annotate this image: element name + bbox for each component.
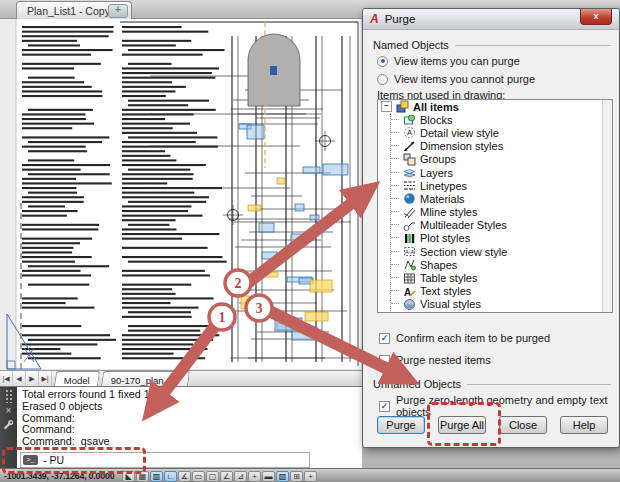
purge-items-tree: −All itemsBlocksADetail view styleDimens… xyxy=(377,99,613,313)
help-button[interactable]: Help xyxy=(560,416,608,434)
status-bar: -1001.3439, -37.1264, 0.0000 ◣▦▥∟∡▭▢∠⊿+▬… xyxy=(0,468,620,482)
collapse-icon[interactable]: − xyxy=(381,101,392,112)
new-tab-button[interactable]: + xyxy=(108,4,128,18)
named-objects-group-label: Named Objects xyxy=(373,39,611,51)
tree-item-label: Blocks xyxy=(420,114,452,126)
tree-item-linetypes[interactable]: Linetypes xyxy=(391,179,612,192)
radio-label: View items you can purge xyxy=(394,55,520,67)
ortho-mode-toggle[interactable]: ∟ xyxy=(164,471,177,482)
layout-nav-icon-3[interactable]: ▶| xyxy=(39,371,52,387)
checkbox-icon[interactable]: ✓ xyxy=(379,333,390,344)
dynamic-input-toggle[interactable]: + xyxy=(248,471,261,482)
layout-tab-90-170_plan_50[interactable]: 90-170_plan_50 xyxy=(101,371,190,387)
tree-item-mline-styles[interactable]: Mline styles xyxy=(391,206,612,219)
tree-root-label: All items xyxy=(413,101,459,113)
purge-zero-length-checkbox[interactable]: ✓Purge zero-length geometry and empty te… xyxy=(379,394,611,418)
object-snap-tracking-toggle[interactable]: ∠ xyxy=(220,471,233,482)
tree-content: −All itemsBlocksADetail view styleDimens… xyxy=(378,100,612,311)
radio-row-1[interactable]: View items you cannot purge xyxy=(377,73,611,85)
show-hide-transparency-toggle[interactable]: ▨ xyxy=(276,471,289,482)
tree-item-visual-styles[interactable]: Visual styles xyxy=(391,298,612,311)
checkbox-label: Purge nested items xyxy=(396,354,491,366)
radio-icon[interactable] xyxy=(377,56,388,67)
groups-icon xyxy=(403,153,416,166)
wrench-icon[interactable] xyxy=(3,419,14,430)
coordinates-display[interactable]: -1001.3439, -37.1264, 0.0000 xyxy=(0,471,122,481)
dialog-buttons: PurgePurge AllCloseHelp xyxy=(377,416,608,434)
text-styles-icon: A xyxy=(403,285,416,298)
selection-cycling-toggle[interactable]: + xyxy=(304,471,317,482)
command-history-line: Command: qsave xyxy=(22,436,362,448)
layout-tab-model[interactable]: Model xyxy=(54,371,100,387)
checkbox-icon[interactable]: ✓ xyxy=(379,401,390,412)
dialog-close-button[interactable]: x xyxy=(580,9,612,25)
close-button[interactable]: Close xyxy=(499,416,547,434)
status-toggle-buttons: ◣▦▥∟∡▭▢∠⊿+▬▨⊞+ xyxy=(122,471,317,482)
confirm-each-item-checkbox[interactable]: ✓Confirm each item to be purged xyxy=(379,332,611,344)
purge-button[interactable]: Purge xyxy=(377,416,425,434)
tree-item-section-view-style[interactable]: A-ASection view style xyxy=(391,245,612,258)
radio-icon[interactable] xyxy=(377,74,388,85)
command-window-grip[interactable]: × xyxy=(0,387,17,471)
tree-item-label: Section view style xyxy=(420,246,507,258)
infer-constraints-toggle[interactable]: ◣ xyxy=(122,471,135,482)
command-input-row: >_ - PU xyxy=(17,450,362,469)
purge-nested-items-checkbox[interactable]: Purge nested items xyxy=(379,354,611,366)
command-input-value: - PU xyxy=(43,454,64,466)
tree-item-text-styles[interactable]: AText styles xyxy=(391,285,612,298)
3d-object-snap-toggle[interactable]: ▢ xyxy=(206,471,219,482)
tree-item-label: Plot styles xyxy=(420,232,470,244)
grid-display-toggle[interactable]: ▥ xyxy=(150,471,163,482)
layout-nav-icon-0[interactable]: |◀ xyxy=(0,371,13,387)
layout-nav-buttons: |◀◀▶▶| xyxy=(0,371,52,387)
tree-item-blocks[interactable]: Blocks xyxy=(391,113,612,126)
command-input[interactable]: >_ - PU xyxy=(20,452,310,468)
tree-item-shapes[interactable]: Shapes xyxy=(391,258,612,271)
radio-label: View items you cannot purge xyxy=(394,73,535,85)
command-window: × Total errors found 1 fixed 1Erased 0 o… xyxy=(0,386,362,469)
plot-styles-icon xyxy=(403,232,416,245)
tree-item-layers[interactable]: Layers xyxy=(391,166,612,179)
tree-item-groups[interactable]: Groups xyxy=(391,153,612,166)
tree-item-materials[interactable]: Materials xyxy=(391,192,612,205)
tree-item-plot-styles[interactable]: Plot styles xyxy=(391,232,612,245)
tree-scrollbar[interactable] xyxy=(602,100,612,312)
cad-drawing[interactable] xyxy=(0,18,362,370)
object-snap-toggle[interactable]: ▭ xyxy=(192,471,205,482)
svg-text:A: A xyxy=(407,129,412,138)
document-tab-label: Plan_List1 - Copy xyxy=(27,5,110,17)
layout-tab-label: 90-170_plan_50 xyxy=(111,375,180,386)
drag-grip-icon[interactable] xyxy=(5,389,13,403)
radio-row-0[interactable]: View items you can purge xyxy=(377,55,611,67)
layout-nav-icon-2[interactable]: ▶ xyxy=(26,371,39,387)
polar-tracking-toggle[interactable]: ∡ xyxy=(178,471,191,482)
layout-tabs: Model90-170_plan_50 xyxy=(52,371,189,387)
snap-mode-toggle[interactable]: ▦ xyxy=(136,471,149,482)
quick-properties-toggle[interactable]: ⊞ xyxy=(290,471,303,482)
tree-item-label: Dimension styles xyxy=(420,140,503,152)
command-history: Total errors found 1 fixed 1Erased 0 obj… xyxy=(17,387,362,450)
tree-item-dimension-styles[interactable]: Dimension styles xyxy=(391,140,612,153)
tree-item-label: Shapes xyxy=(420,259,457,271)
tree-root-item[interactable]: −All items xyxy=(378,100,612,113)
checkbox-icon[interactable] xyxy=(379,355,390,366)
autocad-window: Plan_List1 - Copy × + |◀◀▶▶| Model90-170… xyxy=(0,0,620,482)
linetypes-icon xyxy=(403,179,416,192)
autocad-logo-icon: A xyxy=(370,12,379,26)
tree-item-detail-view-style[interactable]: ADetail view style xyxy=(391,126,612,139)
purge-all-button[interactable]: Purge All xyxy=(438,416,486,434)
layout-nav-icon-1[interactable]: ◀ xyxy=(13,371,26,387)
materials-icon xyxy=(403,192,416,205)
close-command-window-icon[interactable]: × xyxy=(6,406,12,416)
unnamed-objects-group-label: Unnamed Objects xyxy=(373,378,611,390)
command-prompt-icon: >_ xyxy=(23,455,38,465)
tree-item-multileader-styles[interactable]: Multileader Styles xyxy=(391,219,612,232)
tree-item-label: Visual styles xyxy=(420,298,481,310)
table-styles-icon xyxy=(403,272,416,285)
show-hide-lineweight-toggle[interactable]: ▬ xyxy=(262,471,275,482)
shapes-icon xyxy=(403,258,416,271)
tree-item-label: Layers xyxy=(420,167,453,179)
tree-item-label: Multileader Styles xyxy=(420,219,507,231)
tree-item-table-styles[interactable]: Table styles xyxy=(391,271,612,284)
dynamic-ucs-toggle[interactable]: ⊿ xyxy=(234,471,247,482)
